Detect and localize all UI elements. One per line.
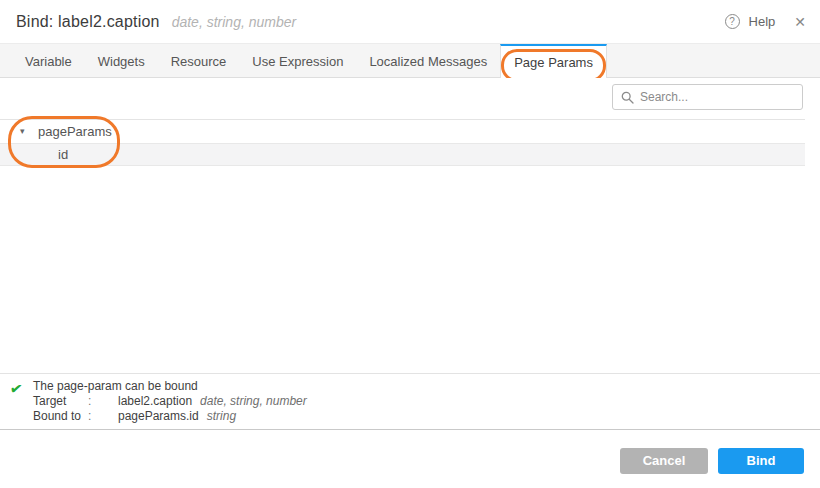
tab-page-params-label: Page Params xyxy=(514,55,593,70)
tab-widgets[interactable]: Widgets xyxy=(85,44,158,77)
caret-down-icon[interactable]: ▾ xyxy=(20,127,30,136)
search-input[interactable] xyxy=(640,90,795,104)
search-box[interactable] xyxy=(612,84,803,110)
status-boundto-label: Bound to xyxy=(33,409,88,424)
tree-node-id[interactable]: id xyxy=(0,143,805,166)
tree-node-pageparams-label: pageParams xyxy=(38,124,112,139)
tree-node-pageparams[interactable]: ▾ pageParams xyxy=(0,120,805,143)
help-icon[interactable]: ? xyxy=(725,14,740,29)
status-target-row: Target : label2.caption date, string, nu… xyxy=(33,394,307,409)
status-boundto-type: string xyxy=(207,409,236,424)
bind-button[interactable]: Bind xyxy=(718,448,804,474)
bind-status-panel: ✔ The page-param can be bound Target : l… xyxy=(0,373,820,429)
status-message-row: The page-param can be bound xyxy=(33,379,307,394)
status-lines: The page-param can be bound Target : lab… xyxy=(33,379,307,424)
status-boundto-value: pageParams.id xyxy=(118,409,199,424)
tab-variable-label: Variable xyxy=(25,54,72,69)
dialog-header: Bind: label2.caption date, string, numbe… xyxy=(0,0,820,43)
page-params-tree: ▾ pageParams id xyxy=(0,119,805,166)
dialog-title: Bind: label2.caption xyxy=(16,13,160,31)
cancel-button[interactable]: Cancel xyxy=(620,448,708,474)
dialog-footer: Cancel Bind xyxy=(0,429,820,488)
tab-widgets-label: Widgets xyxy=(98,54,145,69)
tab-use-expression[interactable]: Use Expression xyxy=(239,44,356,77)
status-target-label: Target xyxy=(33,394,88,409)
help-button[interactable]: Help xyxy=(749,14,776,29)
tab-page-params[interactable]: Page Params xyxy=(500,44,607,78)
bind-dialog: Bind: label2.caption date, string, numbe… xyxy=(0,0,820,488)
status-target-type: date, string, number xyxy=(200,394,307,409)
status-target-value: label2.caption xyxy=(118,394,192,409)
dialog-subtitle: date, string, number xyxy=(172,14,297,30)
tab-content-page-params: ▾ pageParams id xyxy=(0,78,820,373)
tab-resource[interactable]: Resource xyxy=(158,44,240,77)
tab-resource-label: Resource xyxy=(171,54,227,69)
status-message: The page-param can be bound xyxy=(33,379,198,394)
status-boundto-row: Bound to : pageParams.id string xyxy=(33,409,307,424)
tab-bar: Variable Widgets Resource Use Expression… xyxy=(0,43,820,78)
check-icon: ✔ xyxy=(9,379,24,399)
tab-use-expression-label: Use Expression xyxy=(252,54,343,69)
close-icon[interactable]: ✕ xyxy=(794,15,806,29)
status-target-colon: : xyxy=(88,394,118,409)
header-actions: ? Help ✕ xyxy=(725,14,806,29)
tab-localized-messages[interactable]: Localized Messages xyxy=(356,44,500,77)
search-icon xyxy=(621,91,634,104)
status-boundto-colon: : xyxy=(88,409,118,424)
tab-localized-messages-label: Localized Messages xyxy=(369,54,487,69)
tree-node-id-label: id xyxy=(58,147,68,162)
tab-variable[interactable]: Variable xyxy=(12,44,85,77)
